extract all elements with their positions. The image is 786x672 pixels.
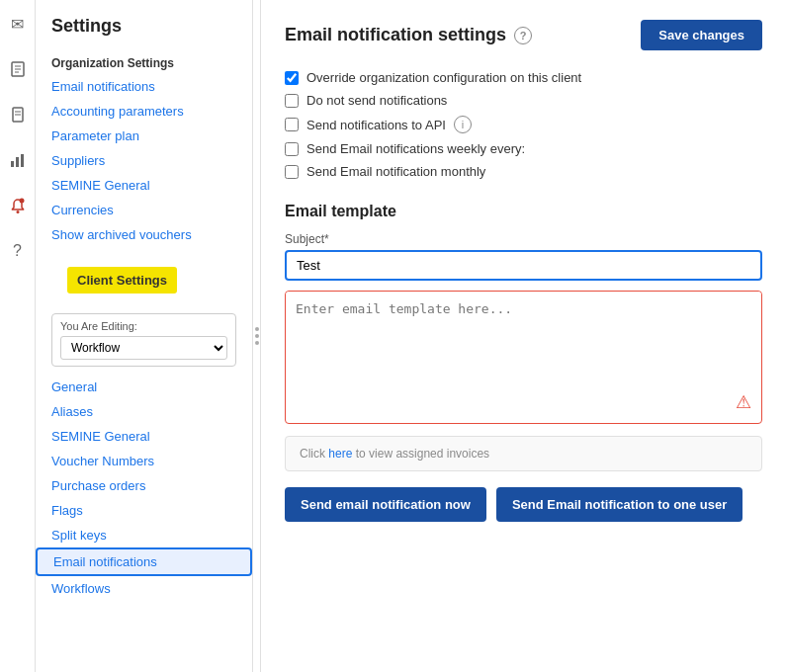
- sidebar-item-aliases[interactable]: Aliases: [36, 399, 252, 424]
- document-icon[interactable]: [4, 101, 32, 128]
- template-textarea[interactable]: [286, 292, 761, 420]
- envelope-icon[interactable]: ✉: [4, 10, 32, 38]
- main-header: Email notification settings ? Save chang…: [285, 20, 762, 50]
- svg-point-10: [16, 210, 19, 213]
- sidebar-item-purchase-orders[interactable]: Purchase orders: [36, 473, 252, 498]
- sidebar-item-flags[interactable]: Flags: [36, 498, 252, 523]
- invoice-link-anchor[interactable]: here: [328, 447, 352, 461]
- checkbox-row-monthly: Send Email notification monthly: [285, 164, 762, 179]
- sidebar-item-semine-general-client[interactable]: SEMINE General: [36, 424, 252, 449]
- save-changes-button[interactable]: Save changes: [641, 20, 762, 50]
- workflow-select[interactable]: Workflow: [60, 336, 227, 360]
- override-config-checkbox[interactable]: [285, 71, 299, 85]
- sidebar-item-general[interactable]: General: [36, 375, 252, 399]
- invoice-link-row: Click here to view assigned invoices: [285, 436, 762, 471]
- sidebar-item-workflows[interactable]: Workflows: [36, 576, 252, 601]
- client-settings-badge: Client Settings: [67, 267, 177, 294]
- sidebar-item-parameter-plan[interactable]: Parameter plan: [36, 124, 252, 148]
- action-buttons: Send email notification now Send Email n…: [285, 487, 762, 522]
- notification-checkboxes: Override organization configuration on t…: [285, 70, 762, 179]
- invoice-link-prefix: Click: [300, 447, 328, 461]
- sidebar-item-semine-general-org[interactable]: SEMINE General: [36, 173, 252, 198]
- sidebar-item-accounting-parameters[interactable]: Accounting parameters: [36, 99, 252, 124]
- checkbox-row-weekly: Send Email notifications weekly every:: [285, 141, 762, 156]
- email-template-section-title: Email template: [285, 203, 762, 220]
- invoice-link-suffix: to view assigned invoices: [352, 447, 489, 461]
- chart-icon[interactable]: [4, 146, 32, 174]
- svg-point-11: [19, 199, 24, 204]
- checkbox-row-override: Override organization configuration on t…: [285, 70, 762, 85]
- page-title-text: Email notification settings: [285, 25, 506, 45]
- svg-rect-9: [21, 154, 24, 167]
- editing-label: You Are Editing:: [60, 320, 227, 332]
- checkbox-row-api-notifications: Send notifications to API i: [285, 116, 762, 133]
- org-section-title: Organization Settings: [36, 48, 252, 74]
- send-one-user-button[interactable]: Send Email notification to one user: [496, 487, 742, 522]
- page-title: Email notification settings ?: [285, 25, 532, 45]
- sidebar-item-email-notifications-org[interactable]: Email notifications: [36, 74, 252, 99]
- main-content: Email notification settings ? Save chang…: [261, 0, 786, 672]
- invoice-icon[interactable]: [4, 55, 32, 83]
- svg-rect-8: [16, 157, 19, 167]
- sidebar-item-suppliers[interactable]: Suppliers: [36, 148, 252, 173]
- icon-bar: ✉ ?: [0, 0, 36, 672]
- editing-box: You Are Editing: Workflow: [51, 313, 236, 367]
- weekly-notifications-checkbox[interactable]: [285, 142, 299, 156]
- monthly-notifications-label: Send Email notification monthly: [306, 164, 485, 179]
- subject-input[interactable]: [285, 250, 762, 281]
- sidebar-item-email-notifications-client[interactable]: Email notifications: [36, 547, 252, 576]
- title-help-icon[interactable]: ?: [514, 27, 532, 44]
- monthly-notifications-checkbox[interactable]: [285, 165, 299, 179]
- override-config-label: Override organization configuration on t…: [306, 70, 581, 85]
- api-notifications-label: Send notifications to API: [306, 118, 446, 132]
- checkbox-row-no-notifications: Do not send notifications: [285, 93, 762, 108]
- svg-rect-7: [11, 161, 14, 167]
- sidebar-item-show-archived-vouchers[interactable]: Show archived vouchers: [36, 222, 252, 247]
- sidebar: Settings Organization Settings Email not…: [36, 0, 253, 672]
- warning-icon: ⚠: [736, 391, 751, 413]
- no-notifications-label: Do not send notifications: [306, 93, 447, 108]
- weekly-notifications-label: Send Email notifications weekly every:: [306, 141, 525, 156]
- no-notifications-checkbox[interactable]: [285, 94, 299, 108]
- help-icon[interactable]: ?: [4, 237, 32, 265]
- api-info-icon[interactable]: i: [454, 116, 472, 133]
- sidebar-item-split-keys[interactable]: Split keys: [36, 523, 252, 547]
- subject-label: Subject*: [285, 232, 762, 246]
- sidebar-item-voucher-numbers[interactable]: Voucher Numbers: [36, 449, 252, 473]
- sidebar-item-currencies[interactable]: Currencies: [36, 198, 252, 222]
- sidebar-title: Settings: [36, 16, 252, 48]
- send-now-button[interactable]: Send email notification now: [285, 487, 486, 522]
- template-textarea-wrapper: ⚠: [285, 291, 762, 424]
- notification-icon[interactable]: [4, 192, 32, 219]
- api-notifications-checkbox[interactable]: [285, 118, 299, 131]
- sidebar-resize-handle[interactable]: [253, 0, 261, 672]
